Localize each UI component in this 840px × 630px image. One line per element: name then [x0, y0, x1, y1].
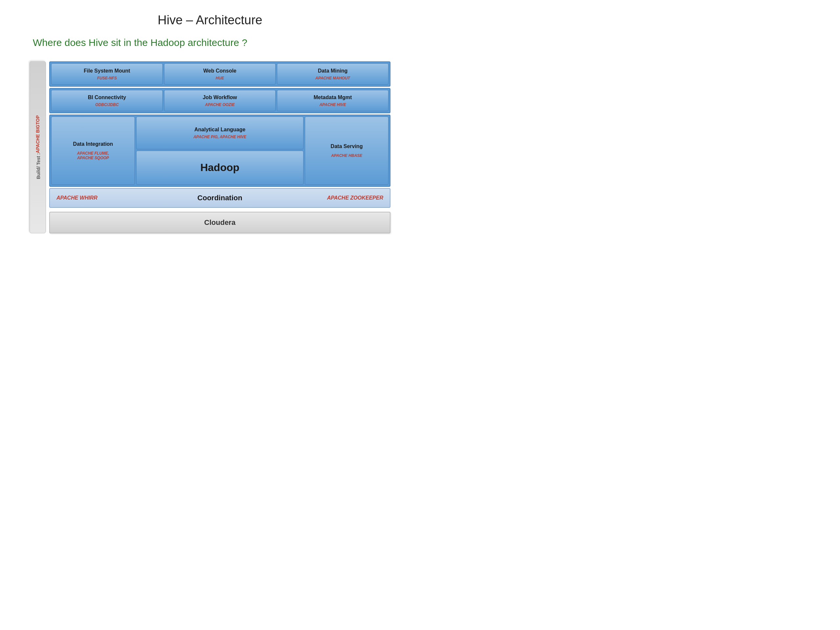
cell-analytical-language: Analytical Language APACHE PIG, APACHE H… — [136, 117, 303, 149]
cell-data-serving-title: Data Serving — [331, 143, 363, 150]
cell-data-integration-title: Data Integration — [73, 141, 113, 148]
hadoop-title: Hadoop — [200, 161, 239, 174]
cell-data-integration: Data Integration APACHE FLUME,APACHE SQO… — [51, 117, 135, 185]
architecture-diagram: Build/ Test : APACHE BIGTOP File System … — [30, 62, 390, 233]
cell-data-mining: Data Mining APACHE MAHOUT — [277, 63, 388, 85]
cell-data-serving: Data Serving APACHE HBASE — [305, 117, 388, 185]
row-access-tools: File System Mount FUSE-NFS Web Console H… — [49, 62, 390, 87]
cell-web-console-title: Web Console — [203, 68, 236, 74]
cell-data-mining-subtitle: APACHE MAHOUT — [315, 76, 350, 81]
cell-job-workflow: Job Workflow APACHE OOZIE — [164, 90, 276, 111]
row-processing: Data Integration APACHE FLUME,APACHE SQO… — [49, 115, 390, 187]
coord-center-text: Coordination — [165, 194, 274, 202]
cloudera-text: Cloudera — [204, 218, 235, 226]
cell-bi-connectivity-subtitle: ODBC/JDBC — [95, 103, 118, 107]
cell-web-console-subtitle: HUE — [216, 76, 224, 81]
diagram-main: File System Mount FUSE-NFS Web Console H… — [49, 62, 390, 233]
row-connectivity: BI Connectivity ODBC/JDBC Job Workflow A… — [49, 88, 390, 113]
coord-left-text: APACHE WHIRR — [57, 195, 165, 201]
cell-bi-connectivity: BI Connectivity ODBC/JDBC — [51, 90, 163, 111]
coord-right-text: APACHE ZOOKEEPER — [274, 195, 383, 201]
cell-web-console: Web Console HUE — [164, 63, 276, 85]
cell-data-serving-subtitle: APACHE HBASE — [331, 153, 362, 158]
page-subtitle: Where does Hive sit in the Hadoop archit… — [33, 37, 248, 48]
cell-file-system-mount-subtitle: FUSE-NFS — [97, 76, 117, 81]
cell-hadoop: Hadoop — [136, 151, 303, 185]
cell-file-system-mount-title: File System Mount — [84, 68, 130, 74]
row-coordination: APACHE WHIRR Coordination APACHE ZOOKEEP… — [49, 188, 390, 208]
cell-data-integration-subtitle: APACHE FLUME,APACHE SQOOP — [77, 151, 109, 160]
cell-data-mining-title: Data Mining — [318, 68, 348, 74]
cell-bi-connectivity-title: BI Connectivity — [88, 94, 126, 101]
sidebar-brand-text: APACHE BIGTOP — [35, 116, 40, 153]
cell-file-system-mount: File System Mount FUSE-NFS — [51, 63, 163, 85]
cell-center-column: Analytical Language APACHE PIG, APACHE H… — [136, 117, 303, 185]
sidebar-static-text: Build/ Test : — [36, 153, 41, 179]
cell-job-workflow-title: Job Workflow — [203, 94, 237, 101]
cell-metadata-mgmt-title: Metadata Mgmt — [314, 94, 352, 101]
cell-metadata-mgmt-subtitle: APACHE HIVE — [319, 103, 346, 107]
sidebar-label: Build/ Test : APACHE BIGTOP — [30, 62, 46, 233]
cell-analytical-language-title: Analytical Language — [194, 127, 245, 133]
cell-metadata-mgmt: Metadata Mgmt APACHE HIVE — [277, 90, 388, 111]
row-cloudera: Cloudera — [49, 212, 390, 233]
cell-job-workflow-subtitle: APACHE OOZIE — [205, 103, 235, 107]
page-title: Hive – Architecture — [158, 13, 262, 27]
cell-analytical-language-subtitle: APACHE PIG, APACHE HIVE — [193, 135, 246, 139]
